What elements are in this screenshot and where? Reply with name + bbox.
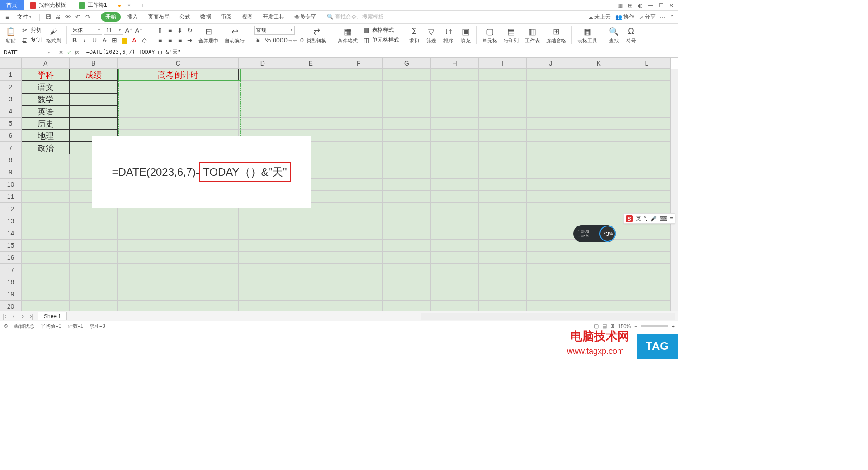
cell[interactable] bbox=[239, 227, 287, 240]
cell[interactable] bbox=[479, 264, 527, 276]
cell[interactable] bbox=[239, 81, 287, 93]
col-header[interactable]: E bbox=[287, 58, 335, 68]
cell[interactable] bbox=[527, 69, 575, 81]
save-icon[interactable]: 🖫 bbox=[44, 14, 52, 21]
border-icon[interactable]: ⊞ bbox=[110, 36, 118, 44]
cell[interactable] bbox=[431, 81, 479, 93]
row-header[interactable]: 3 bbox=[0, 93, 21, 105]
cell[interactable] bbox=[479, 240, 527, 252]
undo-icon[interactable]: ↶ bbox=[74, 14, 81, 21]
cell[interactable] bbox=[335, 227, 383, 240]
cell[interactable] bbox=[623, 130, 671, 142]
cell[interactable] bbox=[575, 93, 623, 105]
share-button[interactable]: ↗ 分享 bbox=[639, 13, 656, 21]
col-header[interactable]: C bbox=[118, 58, 239, 68]
horizontal-scrollbar[interactable] bbox=[421, 313, 675, 320]
cell[interactable]: 政治 bbox=[22, 142, 70, 154]
cell[interactable] bbox=[575, 288, 623, 301]
cell[interactable] bbox=[527, 142, 575, 154]
cell[interactable] bbox=[479, 203, 527, 215]
row-header[interactable]: 13 bbox=[0, 215, 21, 227]
rowcol-button[interactable]: ▤行和列 bbox=[502, 25, 520, 45]
cell[interactable] bbox=[239, 301, 287, 311]
expand-icon[interactable]: ⌃ bbox=[670, 14, 675, 20]
cell[interactable] bbox=[22, 301, 70, 311]
cell[interactable] bbox=[22, 264, 70, 276]
cell[interactable] bbox=[575, 118, 623, 130]
cell[interactable] bbox=[431, 105, 479, 118]
cell[interactable] bbox=[22, 252, 70, 264]
cell[interactable] bbox=[70, 301, 118, 311]
comma-icon[interactable]: 000 bbox=[274, 36, 282, 44]
cell[interactable] bbox=[383, 105, 431, 118]
sheet-last-icon[interactable]: ›| bbox=[27, 313, 36, 320]
cell[interactable] bbox=[118, 264, 239, 276]
maximize-icon[interactable]: ☐ bbox=[659, 2, 664, 9]
minimize-icon[interactable]: — bbox=[648, 2, 653, 9]
cell[interactable] bbox=[239, 288, 287, 301]
close-icon[interactable]: × bbox=[127, 2, 131, 9]
font-size-select[interactable]: 11▾ bbox=[104, 26, 123, 35]
vertical-scrollbar[interactable] bbox=[671, 69, 678, 311]
row-header[interactable]: 18 bbox=[0, 276, 21, 288]
cell[interactable] bbox=[70, 227, 118, 240]
cell[interactable] bbox=[383, 142, 431, 154]
format-painter-button[interactable]: 🖌格式刷 bbox=[44, 25, 63, 45]
cell[interactable] bbox=[118, 227, 239, 240]
cell[interactable] bbox=[431, 288, 479, 301]
cell[interactable] bbox=[70, 81, 118, 93]
row-header[interactable]: 15 bbox=[0, 240, 21, 252]
cell[interactable] bbox=[623, 288, 671, 301]
cell[interactable] bbox=[431, 118, 479, 130]
formula-input[interactable]: =DATE(2023,6,7)-TODAY（）&"天" bbox=[84, 47, 678, 57]
cell[interactable] bbox=[575, 301, 623, 311]
cell[interactable] bbox=[575, 166, 623, 179]
cell[interactable] bbox=[287, 105, 335, 118]
cell[interactable] bbox=[383, 130, 431, 142]
copy-button[interactable]: ⿻复制 bbox=[21, 36, 42, 45]
cell[interactable] bbox=[383, 203, 431, 215]
decrease-font-icon[interactable]: A⁻ bbox=[135, 26, 143, 34]
cell[interactable] bbox=[22, 240, 70, 252]
tab-workbook[interactable]: 工作簿1●× bbox=[72, 0, 137, 10]
cell[interactable] bbox=[527, 191, 575, 203]
cell[interactable] bbox=[431, 130, 479, 142]
cell[interactable] bbox=[623, 252, 671, 264]
row-header[interactable]: 8 bbox=[0, 154, 21, 166]
cell[interactable] bbox=[383, 93, 431, 105]
cell[interactable] bbox=[623, 240, 671, 252]
cell[interactable] bbox=[527, 264, 575, 276]
cell[interactable] bbox=[239, 215, 287, 227]
cell[interactable] bbox=[479, 179, 527, 191]
layout-icon[interactable]: ▥ bbox=[618, 2, 623, 9]
zoom-in-icon[interactable]: + bbox=[672, 324, 675, 329]
cell[interactable] bbox=[22, 276, 70, 288]
ime-lang[interactable]: 英 bbox=[636, 215, 641, 222]
cell[interactable]: 地理 bbox=[22, 130, 70, 142]
row-header[interactable]: 2 bbox=[0, 81, 21, 93]
cancel-icon[interactable]: ✕ bbox=[59, 49, 63, 56]
align-middle-icon[interactable]: ≡ bbox=[166, 26, 174, 34]
tab-view[interactable]: 视图 bbox=[238, 12, 256, 22]
cond-format-button[interactable]: ▦条件格式 bbox=[336, 25, 359, 45]
apps-icon[interactable]: ⊞ bbox=[628, 2, 632, 9]
cell[interactable] bbox=[239, 69, 287, 81]
cell[interactable] bbox=[527, 301, 575, 311]
cell[interactable] bbox=[527, 130, 575, 142]
tab-formula[interactable]: 公式 bbox=[176, 12, 194, 22]
cell[interactable] bbox=[479, 118, 527, 130]
close-window-icon[interactable]: ✕ bbox=[669, 2, 674, 9]
cell[interactable] bbox=[479, 166, 527, 179]
cell[interactable] bbox=[70, 264, 118, 276]
fill-color-icon[interactable]: ▇ bbox=[120, 36, 128, 44]
cell[interactable] bbox=[527, 154, 575, 166]
cell[interactable] bbox=[118, 276, 239, 288]
cell[interactable] bbox=[575, 252, 623, 264]
cell[interactable] bbox=[527, 166, 575, 179]
cell[interactable] bbox=[479, 105, 527, 118]
cell[interactable] bbox=[239, 105, 287, 118]
row-header[interactable]: 16 bbox=[0, 252, 21, 264]
cell[interactable] bbox=[431, 276, 479, 288]
cell[interactable] bbox=[431, 301, 479, 311]
cell[interactable] bbox=[70, 240, 118, 252]
